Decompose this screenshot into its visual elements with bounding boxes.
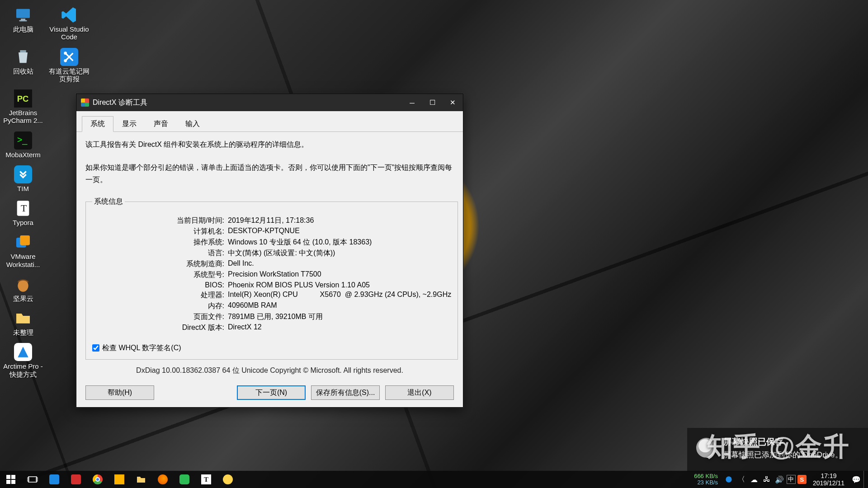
taskbar-app-typora[interactable]: T — [195, 471, 217, 488]
tim-icon — [12, 165, 34, 184]
tab-strip: 系统 显示 声音 输入 — [76, 111, 463, 132]
svg-point-5 — [64, 52, 67, 55]
close-button[interactable]: ✕ — [443, 94, 463, 111]
tray-network-icon[interactable]: 🖧 — [761, 471, 772, 488]
desktop-icon-pycharm[interactable]: PC JetBrains PyCharm 2... — [1, 87, 45, 127]
recycle-bin-icon — [12, 47, 34, 66]
onedrive-icon — [696, 438, 716, 458]
exit-button[interactable]: 退出(X) — [385, 385, 454, 400]
label-dxversion: DirectX 版本: — [92, 323, 228, 333]
desktop-icon-typora[interactable]: T Typora — [1, 197, 45, 229]
value-cpu: Intel(R) Xeon(R) CPU X5670 @ 2.93GHz (24… — [228, 291, 451, 300]
dxdiag-footer: DxDiag 10.00.18362.0387 64 位 Unicode Cop… — [85, 366, 454, 375]
start-button[interactable] — [0, 471, 22, 488]
network-speed[interactable]: 666 KB/s 23 KB/s — [690, 473, 722, 485]
desktop-icon-label: Arctime Pro - 快捷方式 — [2, 362, 44, 378]
show-desktop-button[interactable] — [863, 471, 867, 488]
taskbar-app-wechat[interactable] — [174, 471, 195, 488]
desktop-icon-mobaxterm[interactable]: >_ MobaXterm — [1, 129, 45, 161]
desktop-icon-recycle-bin[interactable]: 回收站 — [1, 46, 45, 86]
next-page-button[interactable]: 下一页(N) — [237, 385, 306, 400]
svg-rect-21 — [11, 480, 15, 484]
tab-system[interactable]: 系统 — [82, 116, 113, 132]
taskbar-app-mobaxterm[interactable] — [217, 471, 239, 488]
label-computer: 计算机名: — [92, 227, 228, 236]
taskbar-app-explorer[interactable] — [130, 471, 152, 488]
vscode-icon — [58, 5, 80, 24]
tray-bluetooth-icon[interactable] — [723, 471, 734, 488]
tray-onedrive-icon[interactable]: ☁ — [749, 471, 760, 488]
desktop-icon-label: VMware Workstati... — [2, 253, 44, 268]
taskbar-app-4[interactable] — [108, 471, 130, 488]
svg-rect-18 — [6, 475, 10, 479]
label-bios: BIOS: — [92, 281, 228, 289]
save-all-button[interactable]: 保存所有信息(S)... — [311, 385, 380, 400]
svg-rect-3 — [20, 50, 26, 52]
help-button[interactable]: 帮助(H) — [85, 385, 154, 400]
label-model: 系统型号: — [92, 270, 228, 280]
svg-point-6 — [64, 59, 67, 62]
desktop-icon-label: JetBrains PyCharm 2... — [2, 109, 44, 125]
taskbar-app-firefox[interactable] — [152, 471, 174, 488]
desktop-icon-label: 回收站 — [13, 67, 33, 75]
value-os: Windows 10 专业版 64 位 (10.0, 版本 18363) — [228, 238, 451, 247]
tab-sound[interactable]: 声音 — [145, 116, 177, 132]
label-ram: 内存: — [92, 301, 228, 311]
system-info-group: 系统信息 当前日期/时间:2019年12月11日, 17:18:36 计算机名:… — [85, 197, 458, 360]
tray-sogou-icon[interactable]: S — [797, 475, 807, 484]
desktop-icon-label: 坚果云 — [13, 295, 33, 302]
net-upload: 666 KB/s — [694, 473, 718, 479]
tray-volume-icon[interactable]: 🔊 — [774, 471, 785, 488]
desktop-icon-vmware[interactable]: VMware Workstati... — [1, 231, 45, 271]
value-model: Precision WorkStation T7500 — [228, 270, 451, 280]
system-info-legend: 系统信息 — [92, 197, 125, 206]
toast-title: 屏幕快照已保存 — [723, 436, 859, 448]
desktop-icon-label: TIM — [17, 185, 29, 192]
clock-time: 17:19 — [813, 472, 844, 479]
net-download: 23 KB/s — [694, 479, 718, 486]
taskbar: T 666 KB/s 23 KB/s 〈 ☁ 🖧 🔊 中 S 17:19 201… — [0, 471, 868, 488]
desktop-icon-arctime[interactable]: Arctime Pro - 快捷方式 — [1, 341, 45, 381]
desktop-icon-label: 此电脑 — [13, 25, 33, 33]
svg-rect-0 — [16, 9, 30, 18]
desktop-icon-label: Typora — [13, 219, 33, 226]
taskbar-app-1[interactable] — [43, 471, 65, 488]
desktop-icon-youdao[interactable]: 有道云笔记网页剪报 — [47, 46, 91, 86]
svg-rect-22 — [28, 477, 37, 482]
svg-text:PC: PC — [17, 94, 28, 103]
tab-content: 该工具报告有关 DirectX 组件和安装在系统上的驱动程序的详细信息。 如果你… — [76, 132, 463, 380]
action-center-icon[interactable]: 💬 — [851, 471, 862, 488]
label-cpu: 处理器: — [92, 291, 228, 300]
acorn-icon — [12, 275, 34, 294]
tab-input[interactable]: 输入 — [177, 116, 208, 132]
maximize-button[interactable]: ☐ — [422, 94, 443, 111]
label-language: 语言: — [92, 249, 228, 258]
desktop-icon-this-pc[interactable]: 此电脑 — [1, 4, 45, 44]
taskbar-app-chrome[interactable] — [87, 471, 108, 488]
value-dxversion: DirectX 12 — [228, 323, 451, 333]
label-datetime: 当前日期/时间: — [92, 216, 228, 225]
scissors-icon — [58, 47, 80, 66]
desktop-icon-jianguoyun[interactable]: 坚果云 — [1, 273, 45, 305]
taskbar-app-netease[interactable] — [65, 471, 87, 488]
desktop-icon-vscode[interactable]: Visual Studio Code — [47, 4, 91, 44]
taskbar-clock[interactable]: 17:19 2019/12/11 — [808, 472, 849, 487]
tray-ime-indicator[interactable]: 中 — [787, 475, 796, 484]
desktop-icon-unsorted-folder[interactable]: 未整理 — [1, 307, 45, 339]
whql-checkbox[interactable] — [92, 344, 99, 352]
pycharm-icon: PC — [12, 89, 34, 108]
taskview-button[interactable] — [22, 471, 43, 488]
minimize-button[interactable]: ─ — [402, 94, 422, 111]
dialog-buttons: 帮助(H) 下一页(N) 保存所有信息(S)... 退出(X) — [76, 385, 463, 400]
window-title: DirectX 诊断工具 — [93, 98, 402, 108]
svg-rect-2 — [19, 20, 27, 22]
label-manufacturer: 系统制造商: — [92, 259, 228, 269]
tray-chevron-up-icon[interactable]: 〈 — [736, 471, 747, 488]
desktop-icon-tim[interactable]: TIM — [1, 163, 45, 195]
tab-display[interactable]: 显示 — [113, 116, 145, 132]
label-pagefile: 页面文件: — [92, 312, 228, 322]
window-titlebar[interactable]: DirectX 诊断工具 ─ ☐ ✕ — [76, 94, 463, 111]
notification-toast[interactable]: 屏幕快照已保存 屏幕快照已添加到你的 OneDrive。 — [687, 428, 868, 472]
whql-checkbox-label[interactable]: 检查 WHQL 数字签名(C) — [92, 343, 451, 353]
svg-rect-20 — [6, 480, 10, 484]
